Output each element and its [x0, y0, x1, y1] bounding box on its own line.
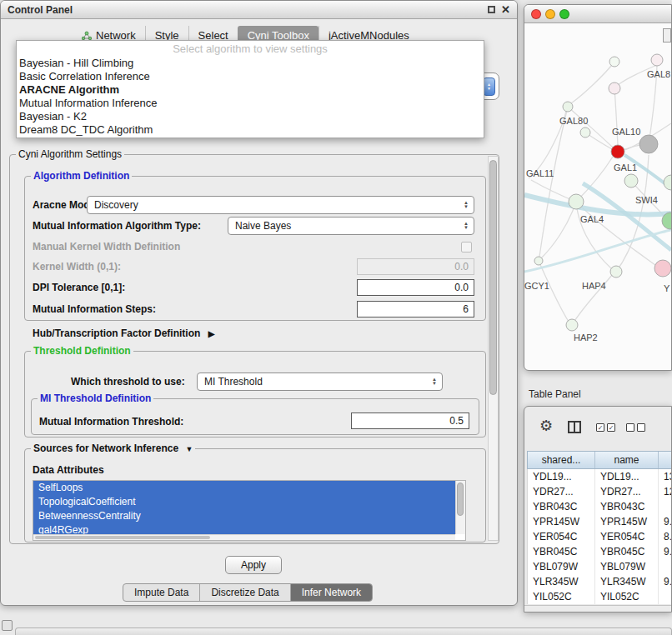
- network-node[interactable]: [569, 194, 584, 209]
- network-node[interactable]: [639, 135, 658, 153]
- network-node[interactable]: [534, 257, 543, 265]
- float-window-icon[interactable]: [488, 6, 495, 13]
- close-window-icon[interactable]: ✕: [501, 5, 510, 14]
- table-row[interactable]: YLR345W YLR345W 9.: [527, 574, 672, 589]
- minimize-traffic-icon[interactable]: [545, 9, 555, 19]
- mi-threshold-field[interactable]: 0.5: [351, 412, 469, 429]
- network-node[interactable]: [624, 174, 638, 188]
- tab-impute-data[interactable]: Impute Data: [123, 584, 199, 601]
- data-attributes-label: Data Attributes: [33, 464, 104, 476]
- close-traffic-icon[interactable]: [531, 9, 541, 19]
- attribute-item-selected[interactable]: SelfLoops: [33, 481, 455, 495]
- network-node-label: Y: [664, 283, 670, 293]
- table-row[interactable]: YDR27... YDR27... 12: [527, 484, 672, 499]
- network-node[interactable]: [654, 260, 671, 277]
- hub-definition-label: Hub/Transcription Factor Definition: [33, 328, 200, 339]
- cell: 8.: [659, 529, 672, 544]
- combobox-stepper-icon: [460, 198, 472, 212]
- attribute-item-selected[interactable]: TopologicalCoefficient: [33, 495, 455, 509]
- network-node[interactable]: [566, 319, 578, 331]
- select-all-icon[interactable]: [596, 423, 615, 432]
- manual-kernel-width-checkbox[interactable]: [461, 242, 472, 252]
- node-table: shared... name YDL19... YDL19... 13 YDR2…: [527, 451, 672, 604]
- tab-infer-network[interactable]: Infer Network: [290, 584, 372, 601]
- network-node[interactable]: [651, 54, 663, 66]
- cell: [659, 559, 672, 574]
- column-header[interactable]: shared...: [528, 452, 595, 468]
- table-row[interactable]: YBL079W YBL079W: [527, 559, 672, 574]
- mi-steps-field[interactable]: 6: [357, 301, 474, 318]
- list-vertical-scrollbar[interactable]: [455, 481, 465, 534]
- bottom-panel-strip[interactable]: [15, 628, 672, 635]
- table-row[interactable]: YIL052C YIL052C: [527, 589, 672, 604]
- collapsed-panel-button[interactable]: [2, 620, 13, 631]
- tab-discretize-data[interactable]: Discretize Data: [199, 584, 289, 601]
- cell: YLR345W: [528, 574, 595, 589]
- network-tab-icon: [82, 31, 92, 41]
- network-node[interactable]: [609, 82, 620, 94]
- cell: YBR045C: [528, 544, 595, 559]
- data-attributes-list[interactable]: SelfLoops TopologicalCoefficient Between…: [33, 480, 466, 541]
- dpi-tolerance-field[interactable]: 0.0: [357, 279, 474, 296]
- network-node[interactable]: [609, 57, 619, 67]
- table-row[interactable]: YBR045C YBR045C 9.: [527, 544, 672, 559]
- columns-icon[interactable]: [568, 421, 581, 433]
- algorithm-option[interactable]: Basic Correlation Inference: [17, 70, 484, 83]
- network-node-label: HAP2: [574, 332, 598, 342]
- algorithm-option[interactable]: Dream8 DC_TDC Algorithm: [17, 123, 484, 137]
- table-row[interactable]: YER054C YER054C 8.: [527, 529, 672, 544]
- network-node[interactable]: [611, 145, 624, 158]
- network-node[interactable]: [610, 266, 622, 278]
- table-row[interactable]: YBR043C YBR043C: [527, 499, 672, 514]
- network-node[interactable]: [563, 102, 573, 112]
- cell: YDR27...: [595, 484, 659, 499]
- zoom-traffic-icon[interactable]: [559, 9, 569, 19]
- column-header[interactable]: name: [595, 452, 659, 468]
- apply-button[interactable]: Apply: [225, 556, 282, 574]
- list-scrollbar-thumb[interactable]: [457, 482, 464, 516]
- table-panel-title: Table Panel: [529, 388, 581, 400]
- bottom-tab-bar: Impute Data Discretize Data Infer Networ…: [123, 583, 373, 602]
- which-threshold-combobox[interactable]: MI Threshold: [197, 372, 443, 391]
- kernel-width-field[interactable]: 0.0: [357, 258, 474, 275]
- network-node[interactable]: [664, 175, 671, 190]
- network-node[interactable]: [580, 128, 590, 138]
- table-row[interactable]: YPR145W YPR145W 9.: [527, 514, 672, 529]
- network-node-label: GAL80: [559, 116, 588, 126]
- cell: 9.: [659, 574, 672, 589]
- table-horizontal-scrollbar[interactable]: [524, 605, 671, 612]
- table-header-row: shared... name: [527, 451, 672, 469]
- control-panel-titlebar[interactable]: Control Panel ✕: [1, 1, 517, 19]
- attribute-item-selected[interactable]: BetweennessCentrality: [33, 509, 455, 523]
- group-title: Threshold Definition: [31, 345, 133, 358]
- dropdown-placeholder: Select algorithm to view settings: [17, 41, 484, 57]
- gear-icon[interactable]: ⚙: [539, 418, 553, 433]
- cell: YDR27...: [528, 484, 595, 499]
- algorithm-option[interactable]: Mutual Information Inference: [17, 97, 484, 110]
- table-row[interactable]: YDL19... YDL19... 13: [527, 469, 672, 484]
- network-node-label: SWI4: [635, 195, 658, 205]
- list-horizontal-scrollbar[interactable]: [33, 534, 455, 540]
- cell: 9.: [659, 514, 672, 529]
- network-node-label: GAL10: [612, 127, 640, 137]
- hub-definition-toggle[interactable]: Hub/Transcription Factor Definition: [33, 328, 214, 339]
- aracne-mode-combobox[interactable]: Discovery: [87, 196, 474, 214]
- settings-scrollbar[interactable]: [488, 156, 499, 541]
- list-scrollbar-thumb[interactable]: [35, 536, 210, 539]
- sources-group-toggle[interactable]: Sources for Network Inference: [31, 442, 195, 456]
- deselect-all-icon[interactable]: [626, 423, 645, 432]
- settings-scrollbar-thumb[interactable]: [489, 160, 497, 395]
- network-window-titlebar[interactable]: [524, 5, 671, 23]
- column-header[interactable]: [659, 452, 672, 468]
- mi-algorithm-type-combobox[interactable]: Naive Bayes: [228, 217, 474, 235]
- network-node-label: GAL4: [580, 214, 604, 224]
- network-canvas[interactable]: GAL8GAL80GAL10GAL11GAL1SWI4GAL4GCY1HAP4H…: [524, 23, 671, 370]
- cell: YIL052C: [595, 589, 659, 604]
- network-node-label: GAL1: [614, 162, 637, 172]
- cell: YLR345W: [595, 574, 659, 589]
- algorithm-option[interactable]: Bayesian - Hill Climbing: [17, 57, 484, 70]
- algorithm-option[interactable]: Bayesian - K2: [17, 110, 484, 123]
- algorithm-option-selected[interactable]: ARACNE Algorithm: [17, 83, 484, 97]
- cell: YDL19...: [595, 469, 659, 484]
- window-title: Control Panel: [8, 4, 73, 16]
